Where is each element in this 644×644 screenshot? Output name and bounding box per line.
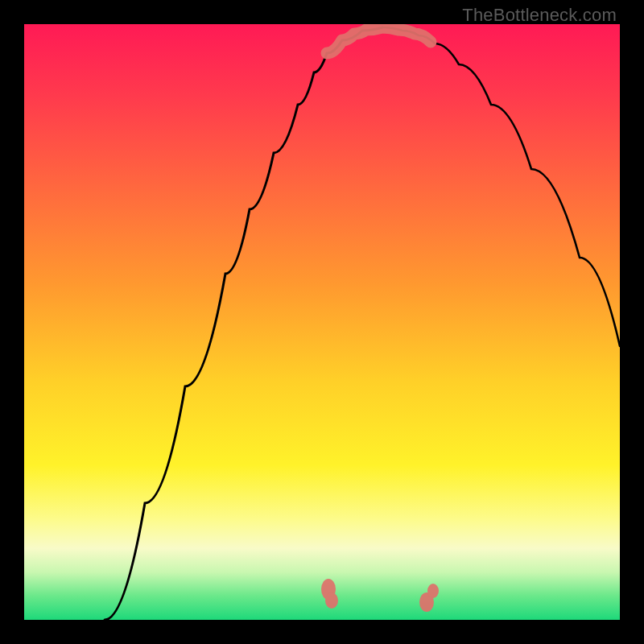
- svg-point-1: [325, 592, 338, 609]
- chart-frame: TheBottleneck.com: [0, 0, 644, 644]
- svg-point-3: [427, 584, 439, 598]
- fuzzy-dots: [321, 579, 439, 612]
- plot-area: [24, 24, 620, 620]
- right-curve: [382, 27, 620, 346]
- curve-overlay: [24, 24, 620, 620]
- attribution-text: TheBottleneck.com: [462, 5, 617, 26]
- fuzzy-band: [327, 27, 431, 53]
- left-curve: [105, 27, 382, 620]
